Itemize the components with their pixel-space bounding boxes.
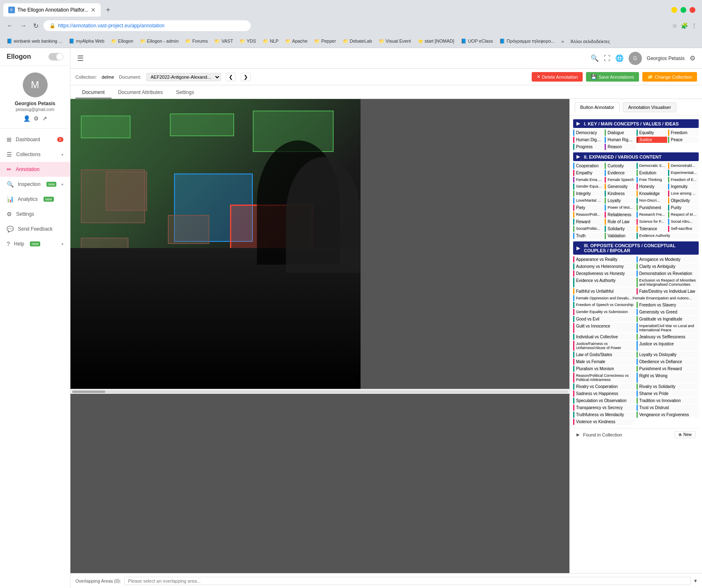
opp-evidence-authority[interactable]: Evidence vs Authority [573,277,636,287]
concept-female-ema[interactable]: Female Ema... and Autonomy [573,177,604,183]
opp-male-female[interactable]: Male vs Female [573,359,636,365]
bookmark-nlp[interactable]: 📁 NLP [261,38,280,45]
concept-cooperation[interactable]: Cooperation [573,163,604,169]
opp-violence-kindness[interactable]: Violence vs Kindness [573,419,636,425]
concept-validation[interactable]: Validation [605,233,635,239]
menu-icon[interactable]: ⋮ [691,22,697,29]
document-select[interactable]: AEF2022-Antigone-Alexand... [146,73,221,81]
sidebar-item-analytics[interactable]: 📊 Analytics new [0,192,70,207]
concept-love-among[interactable]: Love among ... [668,190,699,197]
user-settings-button[interactable]: ⚙ [34,115,39,122]
section-3-header[interactable]: ▶ III. OPPOSITE CONCEPTS / CONCEPTUAL CO… [573,241,699,255]
bookmark-debatelab[interactable]: 📁 DebateLab [341,38,374,45]
new-annotation-button[interactable]: ⊕ New [675,431,695,438]
concept-democratic-s[interactable]: Democratic S... and Equality [637,163,667,169]
opp-exclusion-minorities[interactable]: Exclusion vs Respect of Minorities and M… [637,277,699,287]
opp-tradition-innovation[interactable]: Tradition vs Innovation [637,398,699,404]
document-image-area[interactable] [70,99,569,573]
concept-evolution[interactable]: Evolution [637,170,667,176]
close-window-button[interactable] [690,7,695,13]
bookmark-other[interactable]: Άλλοι σελιδοδείκτες [569,38,612,45]
concept-purity[interactable]: Purity [668,205,699,211]
expand-button[interactable]: ⛶ [604,55,610,62]
opp-truthfulness-mendacity[interactable]: Truthfulness vs Mendacity [573,412,636,418]
sidebar-item-help[interactable]: ? Help new ▾ [0,236,70,251]
opp-vengeance-forgiveness[interactable]: Vengeance vs Forgiveness [637,412,699,418]
sidebar-item-dashboard[interactable]: ⊞ Dashboard 0 [0,132,70,147]
concept-demonstrabl[interactable]: Demonstrabl... [668,163,699,169]
opp-justice-injustice[interactable]: Justice vs Injustice [637,341,699,351]
sidebar-item-annotation[interactable]: ✏ Annotation [0,162,70,177]
bookmark-program[interactable]: 📘 Πρόγραμμα τηλεφορο... [498,38,556,45]
concept-piety[interactable]: Piety [573,205,604,211]
bookmark-visual-event[interactable]: 📁 Visual Event [377,38,413,45]
tab-settings[interactable]: Settings [169,87,201,99]
concept-solidarity[interactable]: Solidarity [605,226,635,232]
concept-experimentati[interactable]: Experimentati... [668,170,699,176]
opp-guilt-innocence[interactable]: Guilt vs Innocence [573,323,636,333]
concept-self-sacrifice[interactable]: Self-sacrifice [668,226,699,232]
concept-truth[interactable]: Truth [573,233,604,239]
opp-fate-individual-law[interactable]: Fate/Destiny vs Individual Law [637,288,699,294]
bookmark-nomad[interactable]: ⭐ start [NOMAD] [416,38,456,45]
new-tab-button[interactable]: + [102,4,114,16]
prev-document-button[interactable]: ❮ [226,73,236,81]
opp-deceptiveness-honesty[interactable]: Deceptiveness vs Honesty [573,270,636,277]
concept-tolerance[interactable]: Tolerance [637,226,667,232]
next-document-button[interactable]: ❯ [241,73,251,81]
concept-non-discri[interactable]: Non-Discri... [637,198,667,204]
opp-trust-distrust[interactable]: Trust vs Distrust [637,405,699,411]
sidebar-item-feedback[interactable]: 💬 Send Feedback [0,222,70,236]
concept-generosity[interactable]: Generosity [605,183,635,190]
sidebar-item-inspection[interactable]: 🔍 Inspection new ▾ [0,177,70,192]
maximize-button[interactable] [680,7,686,13]
concept-ingenuity[interactable]: Ingenuity [668,183,699,190]
opp-individual-collective[interactable]: Individual vs Collective [573,334,636,340]
concept-justice[interactable]: Justice [637,137,667,143]
minimize-button[interactable] [671,7,677,13]
opp-sadness-happiness[interactable]: Sadness vs Happiness [573,390,636,397]
active-tab[interactable]: E The Ellogon Annotation Platfor... ✕ [3,3,101,17]
opp-shame-pride[interactable]: Shame vs Pride [637,390,699,397]
opp-faithful-unfaithful[interactable]: Faithful vs Unfaithful [573,288,636,294]
bottom-arrow-button[interactable]: ▾ [694,578,697,584]
concept-freedom[interactable]: Freedom [668,130,699,136]
bookmark-ellogon[interactable]: 📁 Ellogon [109,38,135,45]
concept-human-dignity[interactable]: Human Dignity [573,137,604,143]
opp-imperialist-civil-war[interactable]: Imperialist/Civil War vs Local and Inter… [637,323,699,333]
concept-kindness[interactable]: Kindness [605,190,635,197]
concept-peace[interactable]: Peace [668,137,699,143]
extension-icon[interactable]: 🧩 [681,22,688,29]
concept-punishment[interactable]: Punishment [637,205,667,211]
concept-loyalty[interactable]: Loyalty [605,198,635,204]
concept-reason-polit[interactable]: Reason/Polit... [573,212,604,218]
concept-social-altru[interactable]: Social Altru... [668,219,699,225]
bookmark-more[interactable]: » [560,38,566,45]
concept-equality[interactable]: Equality [637,130,667,136]
opp-rivalry-solidarity[interactable]: Rivalry vs Solidarity [637,383,699,390]
opp-demonstration-revelation[interactable]: Demonstration vs Revelation [637,270,699,277]
search-button[interactable]: 🔍 [591,54,599,62]
concept-reliableness[interactable]: Reliableness [605,212,635,218]
opp-loyalty-disloyalty[interactable]: Loyalty vs Disloyalty [637,352,699,358]
back-button[interactable]: ← [5,20,15,31]
bookmark-apache[interactable]: 📁 Apache [283,38,309,45]
opp-transparency-secrecy[interactable]: Transparency vs Secrecy [573,405,636,411]
concept-integrity[interactable]: Integrity [573,190,604,197]
sidebar-item-settings[interactable]: ⚙ Settings [0,207,70,222]
opp-autonomy-heteronomy[interactable]: Autonomy vs Heteronomy [573,263,636,270]
concept-love-marital[interactable]: Love/Marital L... [573,198,604,204]
opp-right-wrong[interactable]: Right vs Wrong [637,373,699,383]
theme-toggle[interactable] [48,53,63,60]
concept-reward[interactable]: Reward [573,219,604,225]
concept-evidence-authority[interactable]: Evidence Authority [637,233,699,239]
concept-science-for-p[interactable]: Science for P... [637,219,667,225]
forward-button[interactable]: → [18,20,28,31]
button-annotator-tab[interactable]: Button Annotator [575,102,620,112]
annotation-box-7[interactable] [168,215,209,244]
concept-curiosity[interactable]: Curiosity [605,163,635,169]
opp-punishment-reward[interactable]: Punishment vs Reward [637,366,699,372]
bookmark-vast[interactable]: 📁 VAST [213,38,235,45]
concept-rule-of-law[interactable]: Rule of Law [605,219,635,225]
tab-document[interactable]: Document [75,87,111,99]
